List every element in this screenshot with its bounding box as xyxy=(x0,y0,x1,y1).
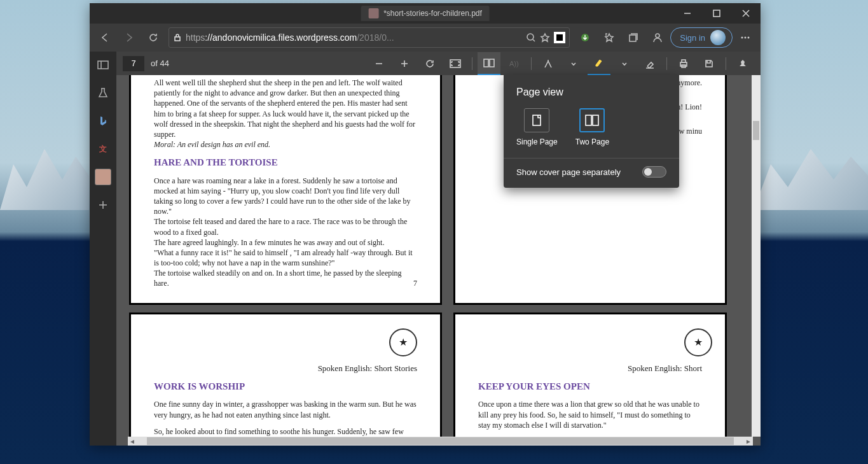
maximize-button[interactable] xyxy=(702,3,731,24)
avatar-thumb-icon[interactable] xyxy=(95,169,111,185)
popover-title: Page view xyxy=(516,87,666,98)
address-bar[interactable]: https://andonovicmilica.files.wordpress.… xyxy=(169,27,570,48)
page-number: 7 xyxy=(413,278,417,288)
cover-separate-toggle[interactable] xyxy=(642,166,666,178)
pdf-toolbar: of 44 A)) xyxy=(116,52,761,75)
draw-button[interactable] xyxy=(537,52,560,75)
flask-icon[interactable] xyxy=(95,85,111,101)
page-view-button[interactable] xyxy=(478,52,500,75)
rotate-button[interactable] xyxy=(418,52,441,75)
scroll-right-arrow-icon[interactable]: ► xyxy=(744,438,753,445)
svg-line-6 xyxy=(533,39,535,41)
print-button[interactable] xyxy=(672,52,695,75)
nav-toolbar: https://andonovicmilica.files.wordpress.… xyxy=(90,24,761,52)
star-icon[interactable] xyxy=(540,32,550,43)
svg-rect-4 xyxy=(175,37,180,41)
profile-avatar-icon xyxy=(710,30,726,45)
favorites-icon[interactable] xyxy=(598,26,621,49)
translate-icon[interactable]: 文 xyxy=(95,141,111,157)
profile-icon[interactable] xyxy=(646,26,669,49)
svg-text:文: 文 xyxy=(99,144,107,153)
desktop-bg-mountains-right xyxy=(754,134,868,210)
zoom-out-button[interactable] xyxy=(368,52,390,75)
two-page-icon xyxy=(585,115,599,126)
svg-rect-1 xyxy=(713,10,720,17)
fit-page-button[interactable] xyxy=(444,52,467,75)
bing-icon[interactable] xyxy=(95,113,111,129)
highlight-button[interactable] xyxy=(588,52,610,75)
add-pane-icon[interactable] xyxy=(95,197,111,213)
seal-logo-icon xyxy=(389,328,417,356)
svg-point-10 xyxy=(741,37,743,39)
tab-title-text: *short-stories-for-children.pdf xyxy=(383,9,482,18)
svg-rect-13 xyxy=(98,61,108,69)
erase-button[interactable] xyxy=(638,52,661,75)
lock-icon xyxy=(173,33,182,42)
page-number-input[interactable] xyxy=(123,56,144,71)
panel-toggle-icon[interactable] xyxy=(95,57,111,73)
spread-2: Spoken English: Short Stories WORK IS WO… xyxy=(116,313,761,446)
cover-separate-row: Show cover page separately xyxy=(516,166,666,178)
svg-rect-23 xyxy=(490,59,494,67)
desktop-bg-mountains-left xyxy=(0,134,89,210)
downloads-icon[interactable] xyxy=(574,26,596,49)
horizontal-scrollbar[interactable]: ◄ ► xyxy=(128,437,753,446)
url-text: https://andonovicmilica.files.wordpress.… xyxy=(186,32,522,43)
titlebar: *short-stories-for-children.pdf xyxy=(90,3,761,24)
zoom-in-button[interactable] xyxy=(393,52,416,75)
window-controls xyxy=(673,3,761,24)
cover-separate-label: Show cover page separately xyxy=(516,167,621,177)
draw-chevron-icon[interactable] xyxy=(562,52,585,75)
scroll-thumb[interactable] xyxy=(147,437,734,445)
minimize-button[interactable] xyxy=(673,3,702,24)
refresh-button[interactable] xyxy=(142,26,165,49)
svg-rect-8 xyxy=(630,35,636,41)
svg-point-12 xyxy=(748,37,750,39)
collections-icon[interactable] xyxy=(622,26,645,49)
svg-rect-21 xyxy=(450,60,460,67)
pdf-page-10: Spoken English: Short KEEP YOUR EYES OPE… xyxy=(453,313,727,446)
page-total-label: of 44 xyxy=(151,59,169,68)
vertical-scrollbar[interactable] xyxy=(752,75,761,437)
svg-rect-28 xyxy=(533,115,541,125)
favicon-icon xyxy=(368,8,378,18)
svg-rect-26 xyxy=(682,60,685,62)
zoom-icon[interactable] xyxy=(526,32,536,43)
svg-rect-22 xyxy=(484,59,488,67)
back-button[interactable] xyxy=(93,26,116,49)
forward-button[interactable] xyxy=(118,26,141,49)
signin-button[interactable]: Sign in xyxy=(670,27,733,48)
scroll-left-arrow-icon[interactable]: ◄ xyxy=(128,438,137,445)
signin-label: Sign in xyxy=(680,33,705,43)
page-view-popover: Page view Single Page Two Page Show cove… xyxy=(504,75,679,188)
single-page-option[interactable]: Single Page xyxy=(516,108,558,146)
pdf-page-7: All went well till the shepherd shut the… xyxy=(129,75,442,305)
svg-point-9 xyxy=(656,34,659,38)
more-menu-button[interactable] xyxy=(734,26,757,49)
tab[interactable]: *short-stories-for-children.pdf xyxy=(361,6,490,21)
two-page-option[interactable]: Two Page xyxy=(575,108,609,146)
close-button[interactable] xyxy=(731,3,761,24)
svg-point-5 xyxy=(527,34,534,40)
highlight-chevron-icon[interactable] xyxy=(613,52,636,75)
pdf-page-9: Spoken English: Short Stories WORK IS WO… xyxy=(129,313,442,446)
svg-text:A)): A)) xyxy=(509,60,519,67)
main-area: of 44 A)) xyxy=(116,52,761,446)
left-sidebar: 文 xyxy=(90,52,116,446)
svg-point-11 xyxy=(745,37,747,39)
reading-view-icon[interactable] xyxy=(554,32,565,43)
pin-toolbar-button[interactable] xyxy=(731,52,754,75)
single-page-icon xyxy=(532,115,541,126)
svg-rect-30 xyxy=(593,115,598,125)
seal-logo-icon xyxy=(684,328,712,356)
save-button[interactable] xyxy=(698,52,720,75)
read-aloud-button[interactable]: A)) xyxy=(503,52,526,75)
svg-rect-29 xyxy=(586,115,591,125)
view-options: Single Page Two Page xyxy=(516,108,666,146)
browser-window: *short-stories-for-children.pdf https://… xyxy=(90,3,761,446)
